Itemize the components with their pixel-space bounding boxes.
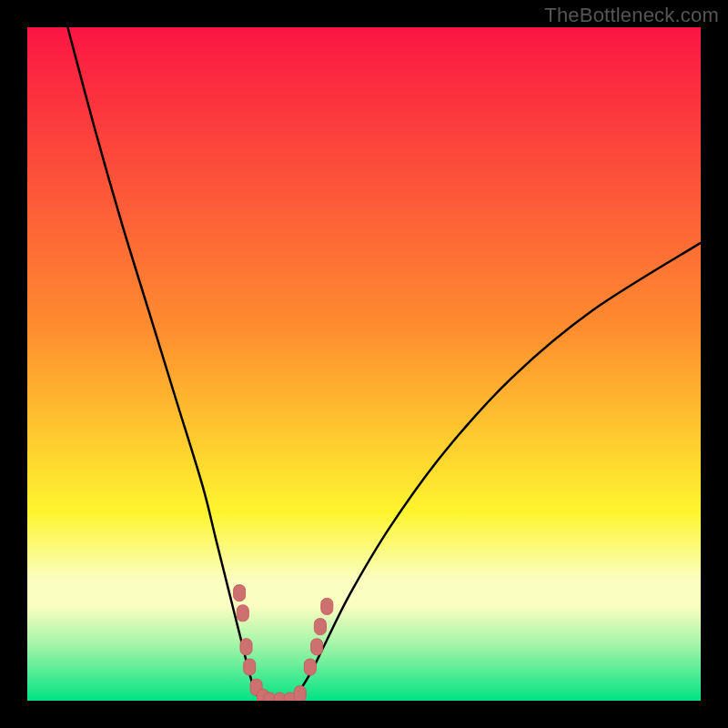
watermark-text: TheBottleneck.com xyxy=(544,4,719,27)
chart-frame: TheBottleneck.com xyxy=(0,0,728,728)
marker-point xyxy=(240,639,252,655)
marker-point xyxy=(321,598,333,614)
marker-point xyxy=(314,619,326,635)
marker-point xyxy=(244,659,256,675)
marker-point xyxy=(304,659,316,675)
marker-point xyxy=(294,686,306,701)
bottleneck-chart xyxy=(27,27,701,701)
marker-point xyxy=(234,585,246,602)
marker-point xyxy=(237,605,248,622)
gradient-plot-area xyxy=(27,27,701,701)
marker-point xyxy=(311,639,323,655)
